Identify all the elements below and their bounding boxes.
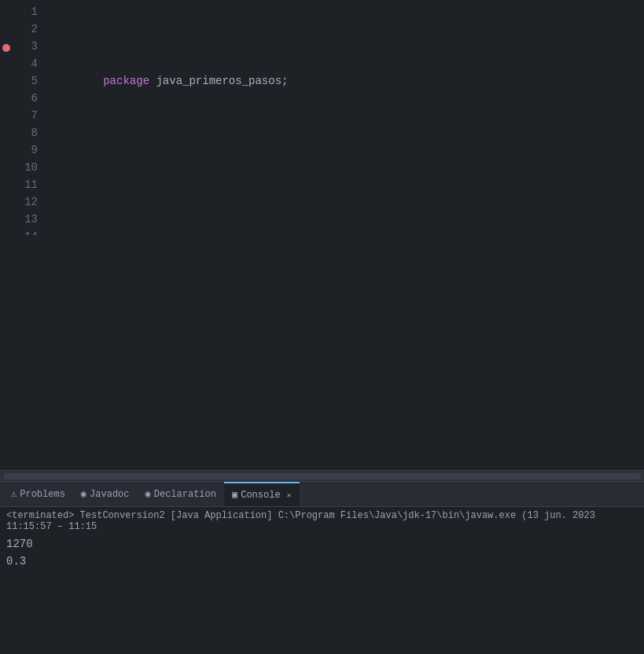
console-output-line-2: 0.3 [6,553,638,570]
console-terminated-text: <terminated> TestConversion2 [Java Appli… [6,510,638,532]
tab-declaration[interactable]: ◉ Declaration [138,482,224,506]
bp-14 [0,168,13,181]
bp-6 [0,67,13,79]
bp-13 [0,156,13,168]
editor-scrollbar[interactable] [0,470,644,481]
bottom-panel: ⚠ Problems ◉ Javadoc ◉ Declaration ▣ Con… [0,481,644,654]
code-line-2 [50,159,638,176]
tab-javadoc[interactable]: ◉ Javadoc [73,482,138,506]
declaration-icon: ◉ [145,488,151,500]
javadoc-icon: ◉ [81,488,86,500]
bp-7 [0,79,13,92]
code-content[interactable]: package java_primeros_pasos; public clas… [44,3,644,232]
bp-12 [0,143,13,156]
code-container: 1 2 3 4 5 6 7 8 9 10 11 12 13 14 15 16 1… [0,0,644,235]
scrollbar-track[interactable] [3,473,641,479]
bp-1 [0,3,13,16]
tab-javadoc-label: Javadoc [90,489,129,500]
bp-10 [0,118,13,130]
tab-declaration-label: Declaration [154,489,216,500]
bottom-tabs: ⚠ Problems ◉ Javadoc ◉ Declaration ▣ Con… [0,482,644,507]
bp-11 [0,130,13,143]
console-output-area[interactable]: <terminated> TestConversion2 [Java Appli… [0,507,644,654]
tab-console-label: Console [241,490,280,501]
editor-area: 1 2 3 4 5 6 7 8 9 10 11 12 13 14 15 16 1… [0,0,644,235]
bp-2 [0,16,13,28]
tab-problems-label: Problems [20,489,65,500]
tab-problems[interactable]: ⚠ Problems [3,482,73,506]
bp-18 [0,219,13,232]
console-output-line-1: 1270 [6,535,638,553]
bp-16 [0,194,13,207]
breakpoint-area [0,3,13,232]
bp-17 [0,207,13,219]
bp-5 [0,54,13,67]
bp-3 [0,28,13,41]
bp-8 [0,92,13,105]
line-numbers: 1 2 3 4 5 6 7 8 9 10 11 12 13 14 15 16 1… [13,3,44,232]
bp-15 [0,181,13,193]
console-tab-close[interactable]: ✕ [287,490,292,500]
console-icon: ▣ [232,489,237,501]
problems-icon: ⚠ [11,488,17,500]
bp-4 [0,42,13,54]
editor-empty-space [0,235,644,470]
code-line-3: public class TestConversion2 { [50,228,638,232]
code-line-1: package java_primeros_pasos; [50,55,638,107]
bp-9 [0,105,13,117]
tab-console[interactable]: ▣ Console ✕ [224,482,300,506]
